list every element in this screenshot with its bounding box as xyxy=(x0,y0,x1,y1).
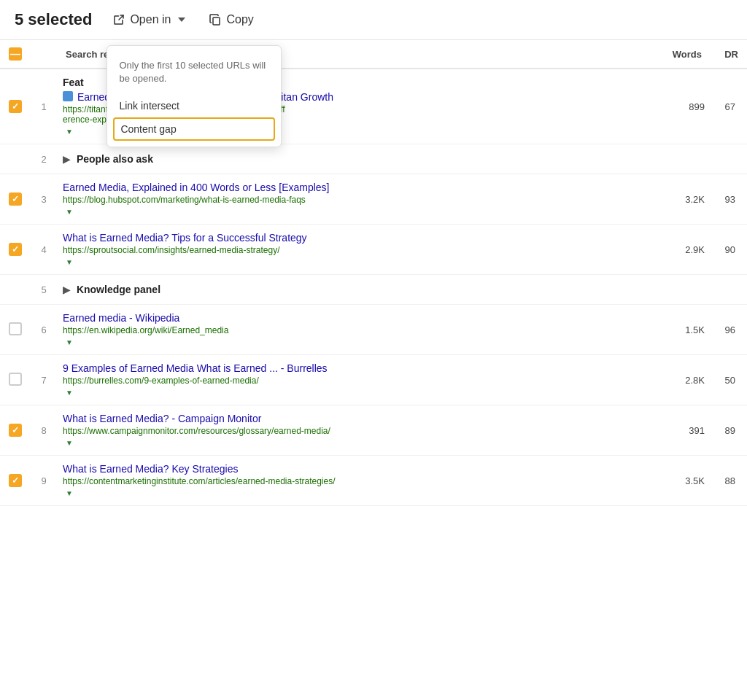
row-4-checkbox[interactable]: ✓ xyxy=(9,243,22,256)
row-4-title[interactable]: What is Earned Media? Tips for a Success… xyxy=(63,232,654,244)
row-6-url[interactable]: https://en.wikipedia.org/wiki/Earned_med… xyxy=(63,325,654,335)
row-6-checkbox[interactable] xyxy=(9,322,22,335)
row-9-words: 3.5K xyxy=(659,456,711,506)
row-8-words: 391 xyxy=(659,405,711,456)
row-9-url-dropdown[interactable]: ▼ xyxy=(66,489,73,497)
row-8-dr: 89 xyxy=(711,405,747,456)
row-3-dr: 93 xyxy=(711,174,747,225)
row-7-checkbox[interactable] xyxy=(9,373,22,386)
row-5-num: 5 xyxy=(31,275,57,305)
table-row: ✓ 3 Earned Media, Explained in 400 Words… xyxy=(0,174,747,225)
copy-label: Copy xyxy=(226,13,253,26)
row-2-num: 2 xyxy=(31,144,57,174)
row-8-result: What is Earned Media? - Campaign Monitor… xyxy=(57,405,659,456)
row-3-title[interactable]: Earned Media, Explained in 400 Words or … xyxy=(63,182,654,193)
row-9-result: What is Earned Media? Key Strategies htt… xyxy=(57,456,659,506)
row-5-section-label: Knowledge panel xyxy=(77,284,160,295)
external-link-icon xyxy=(112,13,125,26)
row-6-num: 6 xyxy=(31,305,57,355)
row-3-num: 3 xyxy=(31,174,57,225)
toolbar: 5 selected Open in Only the first 10 sel… xyxy=(0,0,747,40)
row-7-num: 7 xyxy=(31,355,57,405)
row-3-checkbox[interactable]: ✓ xyxy=(9,192,22,206)
copy-icon xyxy=(209,13,222,26)
row-9-num: 9 xyxy=(31,456,57,506)
table-row: ✓ 8 What is Earned Media? - Campaign Mon… xyxy=(0,405,747,456)
row-4-url-dropdown[interactable]: ▼ xyxy=(66,258,73,266)
row-5-expand-icon[interactable]: ▶ xyxy=(63,284,71,295)
row-6-dr: 96 xyxy=(711,305,747,355)
row-2-expand-icon[interactable]: ▶ xyxy=(63,153,71,165)
row-6-title[interactable]: Earned media - Wikipedia xyxy=(63,312,654,324)
row-4-dr: 90 xyxy=(711,225,747,275)
row-1-words: 899 xyxy=(659,69,711,144)
row-8-url[interactable]: https://www.campaignmonitor.com/resource… xyxy=(63,426,654,436)
row-7-url[interactable]: https://burrelles.com/9-examples-of-earn… xyxy=(63,376,654,386)
row-4-result: What is Earned Media? Tips for a Success… xyxy=(57,225,659,275)
row-7-dr: 50 xyxy=(711,355,747,405)
row-7-title[interactable]: 9 Examples of Earned Media What is Earne… xyxy=(63,362,654,374)
open-in-label: Open in xyxy=(130,13,171,26)
open-in-dropdown: Only the first 10 selected URLs will be … xyxy=(107,45,282,147)
table-row: ✓ 4 What is Earned Media? Tips for a Suc… xyxy=(0,225,747,275)
row-6-url-dropdown[interactable]: ▼ xyxy=(66,338,73,346)
row-9-url[interactable]: https://contentmarketinginstitute.com/ar… xyxy=(63,476,336,486)
row-7-words: 2.8K xyxy=(659,355,711,405)
dropdown-tooltip-text: Only the first 10 selected URLs will be … xyxy=(107,52,281,94)
row-5-section: ▶ Knowledge panel xyxy=(57,275,659,305)
row-9-dr: 88 xyxy=(711,456,747,506)
toolbar-actions: Open in Only the first 10 selected URLs … xyxy=(107,10,259,29)
row-7-url-dropdown[interactable]: ▼ xyxy=(66,389,73,397)
row-8-url-dropdown[interactable]: ▼ xyxy=(66,439,73,447)
content-gap-item[interactable]: Content gap xyxy=(113,117,275,141)
table-row: 5 ▶ Knowledge panel xyxy=(0,275,747,305)
copy-button[interactable]: Copy xyxy=(203,10,259,29)
row-4-words: 2.9K xyxy=(659,225,711,275)
select-all-checkbox[interactable]: — xyxy=(9,47,22,61)
row-3-words: 3.2K xyxy=(659,174,711,225)
row-4-url[interactable]: https://sproutsocial.com/insights/earned… xyxy=(63,245,654,255)
row-3-url[interactable]: https://blog.hubspot.com/marketing/what-… xyxy=(63,195,654,205)
table-row: 6 Earned media - Wikipedia https://en.wi… xyxy=(0,305,747,355)
row-3-url-dropdown[interactable]: ▼ xyxy=(66,208,73,216)
row-1-checkbox[interactable]: ✓ xyxy=(9,100,22,113)
row-9-checkbox[interactable]: ✓ xyxy=(9,474,22,487)
row-1-url-dropdown[interactable]: ▼ xyxy=(66,128,73,136)
dr-header: DR xyxy=(711,40,747,69)
row-1-url-icon xyxy=(63,91,73,101)
row-1-num: 1 xyxy=(31,69,57,144)
row-6-result: Earned media - Wikipedia https://en.wiki… xyxy=(57,305,659,355)
table-row: 2 ▶ People also ask xyxy=(0,144,747,174)
row-2-section: ▶ People also ask xyxy=(57,144,659,174)
row-8-num: 8 xyxy=(31,405,57,456)
row-8-title[interactable]: What is Earned Media? - Campaign Monitor xyxy=(63,413,654,424)
row-9-title[interactable]: What is Earned Media? Key Strategies xyxy=(63,463,654,475)
row-6-words: 1.5K xyxy=(659,305,711,355)
table-row: ✓ 9 What is Earned Media? Key Strategies… xyxy=(0,456,747,506)
row-1-featured-label: Feat xyxy=(63,77,84,88)
selected-count: 5 selected xyxy=(15,10,92,29)
row-2-section-label: People also ask xyxy=(77,153,153,165)
row-7-result: 9 Examples of Earned Media What is Earne… xyxy=(57,355,659,405)
svg-rect-0 xyxy=(213,18,220,25)
row-4-num: 4 xyxy=(31,225,57,275)
open-in-button[interactable]: Open in xyxy=(107,10,191,29)
table-row: 7 9 Examples of Earned Media What is Ear… xyxy=(0,355,747,405)
row-1-dr: 67 xyxy=(711,69,747,144)
row-3-result: Earned Media, Explained in 400 Words or … xyxy=(57,174,659,225)
link-intersect-item[interactable]: Link intersect xyxy=(107,94,281,117)
row-8-checkbox[interactable]: ✓ xyxy=(9,424,22,437)
words-header: Words xyxy=(659,40,711,69)
dropdown-arrow-icon xyxy=(178,18,185,22)
